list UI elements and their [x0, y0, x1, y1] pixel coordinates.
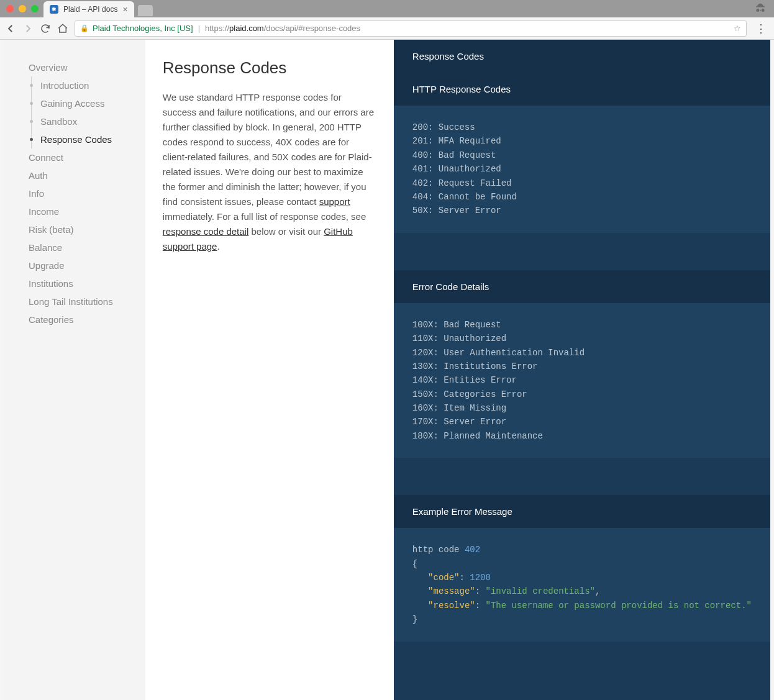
sidebar-subitem-gaining-access[interactable]: Gaining Access: [32, 94, 145, 112]
main-text-column: Response Codes We use standard HTTP resp…: [145, 40, 394, 700]
cert-org-name: Plaid Technologies, Inc [US]: [93, 24, 193, 33]
bookmark-star-icon[interactable]: ☆: [734, 24, 741, 33]
sidebar-item-risk[interactable]: Risk (beta): [29, 220, 145, 239]
sidebar-item-info[interactable]: Info: [29, 184, 145, 202]
lock-icon: 🔒: [80, 24, 89, 32]
support-link[interactable]: support: [319, 196, 350, 207]
window-maximize-button[interactable]: [31, 5, 39, 12]
sidebar-item-upgrade[interactable]: Upgrade: [29, 257, 145, 275]
sidebar-item-categories[interactable]: Categories: [29, 311, 145, 329]
content-area: Response Codes We use standard HTTP resp…: [145, 40, 770, 700]
browser-tab-active[interactable]: Plaid – API docs ×: [43, 1, 134, 17]
code-title-response-codes: Response Codes: [394, 40, 770, 73]
sidebar-item-balance[interactable]: Balance: [29, 239, 145, 257]
sidebar-subitem-sandbox[interactable]: Sandbox: [32, 112, 145, 130]
sidebar-subitem-response-codes[interactable]: Response Codes: [32, 130, 145, 148]
sidebar-overview-subitems: Introduction Gaining Access Sandbox Resp…: [31, 76, 145, 148]
nav-back-button[interactable]: [5, 23, 16, 34]
sidebar-item-overview[interactable]: Overview: [29, 58, 145, 76]
address-bar[interactable]: 🔒 Plaid Technologies, Inc [US] | https:/…: [75, 20, 747, 37]
sidebar-item-connect[interactable]: Connect: [29, 148, 145, 166]
window-controls: [6, 5, 39, 12]
page-heading: Response Codes: [163, 58, 376, 78]
error-codes-block: 100X: Bad Request 110X: Unauthorized 120…: [394, 303, 770, 458]
window-minimize-button[interactable]: [19, 5, 26, 12]
nav-home-button[interactable]: [57, 23, 68, 34]
code-title-http-response-codes: HTTP Response Codes: [394, 73, 770, 106]
sidebar-item-auth[interactable]: Auth: [29, 166, 145, 184]
code-title-example-error: Example Error Message: [394, 495, 770, 528]
code-title-error-code-details: Error Code Details: [394, 270, 770, 303]
incognito-icon: [754, 2, 767, 17]
docs-sidebar: Overview Introduction Gaining Access San…: [4, 40, 145, 700]
tab-close-icon[interactable]: ×: [122, 4, 127, 14]
page-body: Overview Introduction Gaining Access San…: [0, 40, 774, 700]
nav-forward-button[interactable]: [22, 23, 34, 34]
browser-menu-button[interactable]: ⋮: [753, 23, 769, 34]
tab-favicon: [50, 5, 58, 14]
sidebar-item-income[interactable]: Income: [29, 202, 145, 220]
browser-chrome: Plaid – API docs × 🔒 Plaid Technologies,…: [0, 0, 774, 40]
sidebar-item-long-tail-institutions[interactable]: Long Tail Institutions: [29, 293, 145, 311]
url-display: https://plaid.com/docs/api/#response-cod…: [205, 24, 360, 33]
window-close-button[interactable]: [6, 5, 14, 12]
titlebar: Plaid – API docs ×: [0, 0, 774, 17]
intro-paragraph: We use standard HTTP response codes for …: [163, 90, 376, 254]
url-separator: |: [198, 24, 200, 33]
example-error-block: http code 402 { "code": 1200 "message": …: [394, 528, 770, 641]
tab-strip: Plaid – API docs ×: [43, 0, 153, 17]
response-code-detail-link[interactable]: response code detail: [163, 226, 248, 237]
code-panel: Response Codes HTTP Response Codes 200: …: [394, 40, 770, 700]
sidebar-item-institutions[interactable]: Institutions: [29, 275, 145, 293]
browser-toolbar: 🔒 Plaid Technologies, Inc [US] | https:/…: [0, 17, 774, 40]
http-codes-block: 200: Success 201: MFA Required 400: Bad …: [394, 106, 770, 233]
tab-title: Plaid – API docs: [63, 5, 117, 14]
new-tab-button[interactable]: [138, 5, 153, 16]
sidebar-subitem-introduction[interactable]: Introduction: [32, 76, 145, 94]
nav-reload-button[interactable]: [40, 23, 51, 34]
